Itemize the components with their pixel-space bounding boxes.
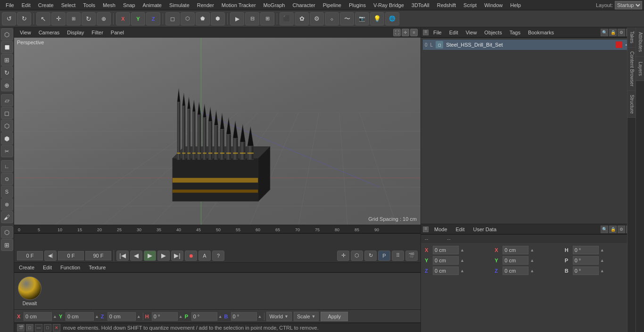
left-tool-1[interactable]: ⬡	[1, 28, 13, 40]
x-pos-input[interactable]	[24, 312, 52, 321]
left-tool-8[interactable]: ⬡	[1, 120, 13, 132]
menu-simulate[interactable]: Simulate	[165, 1, 193, 9]
menu-character[interactable]: Character	[289, 1, 319, 9]
mat-function-btn[interactable]: Function	[58, 264, 83, 271]
obj-search-icon[interactable]: 🔍	[601, 29, 608, 36]
left-tool-5[interactable]: ⊕	[1, 79, 13, 91]
goto-end-btn[interactable]: ▶|	[171, 251, 183, 261]
y-pos-input[interactable]	[66, 312, 94, 321]
redo-button[interactable]: ↻	[17, 12, 31, 25]
scale-tool[interactable]: ⊞	[66, 12, 81, 25]
menu-file[interactable]: File	[2, 1, 18, 9]
attr-z-arrow[interactable]: ▲	[460, 268, 464, 273]
menu-plugins[interactable]: Plugins	[345, 1, 370, 9]
layout-select[interactable]: Startup	[615, 1, 642, 9]
b-up-arrow[interactable]: ▲	[258, 314, 262, 319]
mat-edit-btn[interactable]: Edit	[40, 264, 55, 271]
auto-key-btn[interactable]: A	[198, 251, 211, 261]
maximize-icon[interactable]: □	[44, 324, 51, 332]
render-btn[interactable]: ▶	[230, 12, 244, 25]
menu-pipeline[interactable]: Pipeline	[319, 1, 345, 9]
next-frame-btn[interactable]: ▶	[157, 251, 170, 261]
attr-panel-grip[interactable]: ⠿	[423, 227, 429, 232]
record2-btn[interactable]: ↻	[364, 251, 377, 261]
menu-mesh[interactable]: Mesh	[99, 1, 119, 9]
left-tool-15[interactable]: 🖌	[1, 211, 13, 223]
p-up-arrow[interactable]: ▲	[218, 314, 223, 319]
bezier-btn[interactable]: ✿	[295, 12, 309, 25]
mat-create-btn[interactable]: Create	[16, 264, 37, 271]
attr-z2-input[interactable]	[503, 267, 528, 275]
obj-edit-btn[interactable]: Edit	[446, 29, 461, 36]
x-up-arrow[interactable]: ▲	[53, 314, 57, 319]
apply-button[interactable]: Apply	[321, 312, 348, 321]
world-dropdown[interactable]: World ▼	[266, 312, 292, 321]
select-tool[interactable]: ↖	[36, 12, 50, 25]
attr-userdata-btn[interactable]: User Data	[471, 226, 500, 233]
obj-panel-grip[interactable]: ⠿	[423, 30, 429, 35]
vp-menu-view[interactable]: View	[17, 29, 34, 36]
attr-search-icon[interactable]: 🔍	[601, 226, 608, 233]
menu-redshift[interactable]: Redshift	[433, 1, 460, 9]
left-tool-14[interactable]: ⊗	[1, 198, 13, 211]
points-mode-btn[interactable]: ⬡	[181, 12, 195, 25]
menu-edit[interactable]: Edit	[18, 1, 34, 9]
attr-y2-input[interactable]	[503, 256, 528, 265]
attr-p-arrow[interactable]: ▲	[600, 258, 604, 263]
attr-settings-icon[interactable]: ⚙	[618, 226, 625, 233]
start-frame-input[interactable]	[17, 251, 43, 260]
attr-x-arrow[interactable]: ▲	[460, 248, 464, 252]
film-btn[interactable]: 🎬	[405, 251, 418, 261]
z-up-arrow[interactable]: ▲	[137, 314, 141, 319]
menu-motion-tracker[interactable]: Motion Tracker	[218, 1, 260, 9]
menu-help[interactable]: Help	[506, 1, 525, 9]
obj-settings-icon[interactable]: ⚙	[618, 29, 625, 36]
prev-key-btn[interactable]: ◀|	[44, 251, 57, 261]
z-axis-btn[interactable]: Z	[146, 12, 160, 25]
scale-dropdown[interactable]: Scale ▼	[294, 312, 319, 321]
menu-create[interactable]: Create	[34, 1, 58, 9]
left-tool-11[interactable]: ∟	[1, 160, 13, 172]
menu-script[interactable]: Script	[460, 1, 480, 9]
undo-button[interactable]: ↺	[2, 12, 16, 25]
vp-menu-filter[interactable]: Filter	[89, 29, 106, 36]
left-tool-12[interactable]: ⊙	[1, 173, 13, 185]
attr-x2-input[interactable]	[503, 246, 528, 254]
render-to-po-btn[interactable]: ⊞	[260, 12, 274, 25]
tab-structure[interactable]: Structure	[627, 91, 636, 118]
left-tool-6[interactable]: ▱	[1, 94, 13, 106]
goto-start-btn[interactable]: |◀	[116, 251, 129, 261]
left-tool-16[interactable]: ⬡	[1, 226, 13, 238]
obj-file-btn[interactable]: File	[430, 29, 445, 36]
array-btn[interactable]: ⚙	[310, 12, 324, 25]
left-tool-10[interactable]: ✂	[1, 145, 13, 157]
left-tool-17[interactable]: ⊞	[1, 239, 13, 251]
attr-x2-arrow[interactable]: ▲	[530, 248, 534, 252]
attr-z-input[interactable]	[433, 267, 459, 275]
attr-edit-btn[interactable]: Edit	[453, 226, 468, 233]
attr-y2-arrow[interactable]: ▲	[530, 258, 534, 263]
h-rot-input[interactable]	[152, 312, 178, 321]
end-frame-display[interactable]	[85, 251, 111, 260]
tab-takes[interactable]: Takes	[627, 27, 636, 48]
object-mode-btn[interactable]: ◻	[165, 12, 180, 25]
menu-select[interactable]: Select	[58, 1, 80, 9]
camera-btn[interactable]: 📷	[355, 12, 369, 25]
vp-menu-panel[interactable]: Panel	[108, 29, 127, 36]
left-tool-9[interactable]: ⬢	[1, 132, 13, 145]
attr-x-input[interactable]	[433, 246, 459, 254]
menu-tools[interactable]: Tools	[79, 1, 99, 9]
mat-texture-btn[interactable]: Texture	[86, 264, 108, 271]
move-tool[interactable]: ✛	[51, 12, 66, 25]
tab-content-browser[interactable]: Content Browser	[627, 48, 636, 90]
left-tool-3[interactable]: ⊞	[1, 54, 13, 66]
field-btn[interactable]: ⬦	[325, 12, 339, 25]
h-up-arrow[interactable]: ▲	[179, 314, 183, 319]
z-pos-input[interactable]	[107, 312, 136, 321]
obj-lock-icon[interactable]: 🔒	[609, 29, 617, 36]
grid-btn[interactable]: ⠿	[392, 251, 404, 261]
left-tool-13[interactable]: S	[1, 186, 13, 198]
play-btn[interactable]: ▶	[144, 251, 156, 261]
render-region-btn[interactable]: ⊟	[245, 12, 259, 25]
attr-b-input[interactable]	[573, 267, 599, 275]
